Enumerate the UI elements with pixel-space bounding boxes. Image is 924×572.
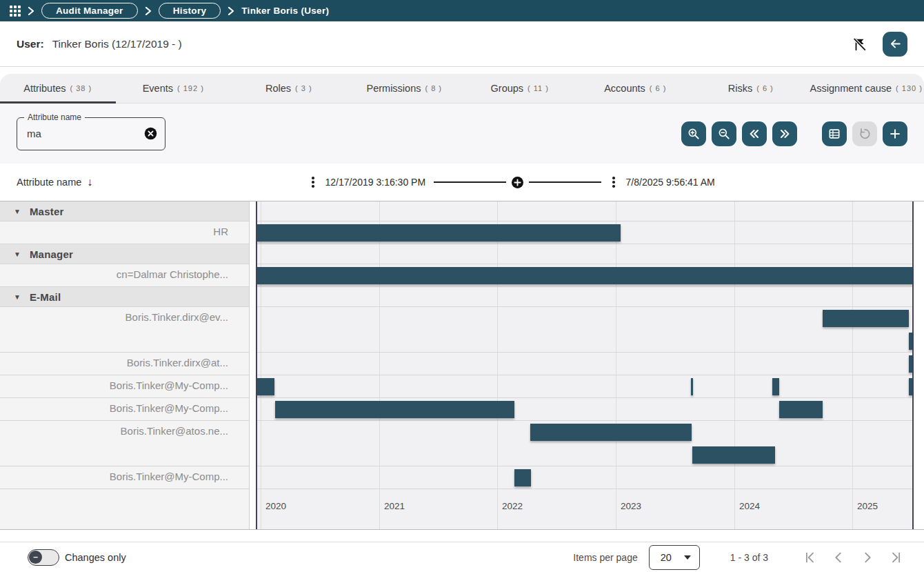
gantt-chart-row <box>256 353 914 375</box>
collapse-triangle-icon[interactable]: ▼ <box>14 293 21 301</box>
tab-risks[interactable]: Risks( 6 ) <box>693 74 809 103</box>
gantt-group-header[interactable]: ▼E-Mail <box>0 287 249 307</box>
tab-count: ( 8 ) <box>425 84 442 92</box>
attribute-name-input[interactable] <box>27 128 143 139</box>
tab-count: ( 192 ) <box>177 84 204 92</box>
range-end-date: 7/8/2025 9:56:41 AM <box>626 177 715 188</box>
magnifier-plus-icon <box>687 127 701 141</box>
gantt-bar[interactable] <box>823 310 909 327</box>
breadcrumb-audit-manager[interactable]: Audit Manager <box>41 3 138 19</box>
start-date-menu-icon[interactable] <box>309 175 317 189</box>
gantt-chart-row <box>256 287 914 307</box>
axis-year-label: 2022 <box>502 501 523 511</box>
sort-header[interactable]: Attribute name ↓ <box>17 176 309 188</box>
plus-icon <box>888 127 902 141</box>
collapse-triangle-icon[interactable]: ▼ <box>14 250 21 258</box>
tab-label: Risks <box>728 83 752 94</box>
gantt-chart-row <box>256 466 914 489</box>
items-per-page-label: Items per page <box>573 552 637 563</box>
zoom-out-button[interactable] <box>712 121 736 146</box>
row-label: Boris.Tinker@atos.ne... <box>121 425 228 437</box>
user-value: Tinker Boris (12/17/2019 - ) <box>52 38 182 50</box>
chevron-right-icon <box>28 7 34 15</box>
breadcrumb-history[interactable]: History <box>159 3 221 19</box>
tab-attributes[interactable]: Attributes( 38 ) <box>0 74 116 103</box>
user-header: User: Tinker Boris (12/17/2019 - ) <box>0 21 924 67</box>
next-page-icon[interactable] <box>858 548 877 567</box>
tab-label: Groups <box>491 83 524 94</box>
range-add-pin-icon[interactable] <box>512 177 523 188</box>
gantt-row-label: Boris.Tinker@My-Comp... <box>0 466 249 489</box>
items-per-page-select[interactable]: 20 <box>649 545 700 570</box>
add-button[interactable] <box>883 121 907 146</box>
chevron-right-icon <box>145 7 152 15</box>
restore-arrow-icon <box>858 127 872 141</box>
back-button[interactable] <box>883 32 907 57</box>
row-label: Boris.Tinker.dirx@ev... <box>125 311 228 323</box>
gantt-bar[interactable] <box>257 267 913 284</box>
last-page-icon[interactable] <box>887 548 906 567</box>
tab-count: ( 38 ) <box>70 84 92 92</box>
apps-grid-icon[interactable] <box>10 6 21 17</box>
gantt-chart-row <box>256 201 914 221</box>
gantt-group-header[interactable]: ▼Manager <box>0 244 249 264</box>
range-line <box>434 181 506 183</box>
top-bar: Audit Manager History Tinker Boris (User… <box>0 0 924 21</box>
axis-year-label: 2020 <box>265 501 286 511</box>
gantt-bar[interactable] <box>691 378 693 395</box>
tab-groups[interactable]: Groups( 11 ) <box>462 74 578 103</box>
gantt-bar[interactable] <box>779 401 823 418</box>
tab-count: ( 6 ) <box>756 84 774 92</box>
gantt-chart-row <box>256 221 914 244</box>
end-date-menu-icon[interactable] <box>610 175 618 189</box>
gantt-row-label: Boris.Tinker@My-Comp... <box>0 375 249 398</box>
flag-off-icon[interactable] <box>852 37 867 52</box>
changes-only-label: Changes only <box>65 552 126 563</box>
pan-right-button[interactable] <box>772 121 797 146</box>
gantt-bar[interactable] <box>909 333 913 350</box>
paginator <box>800 548 906 567</box>
gantt-group-header[interactable]: ▼Master <box>0 201 249 221</box>
tab-assignment-cause[interactable]: Assignment cause( 130 ) <box>809 74 924 103</box>
gantt-bar[interactable] <box>909 378 913 395</box>
axis-year-label: 2024 <box>739 501 760 511</box>
gantt-bar[interactable] <box>909 355 913 373</box>
reset-button[interactable] <box>852 121 877 146</box>
first-page-icon[interactable] <box>800 548 819 567</box>
zoom-in-button[interactable] <box>681 121 706 146</box>
gantt-label-column: ▼MasterHR▼Managercn=Dalmar Christophe...… <box>0 201 250 529</box>
group-label: Manager <box>30 248 73 260</box>
sort-label: Attribute name <box>17 177 81 188</box>
tab-label: Assignment cause <box>810 83 892 94</box>
gantt-chart-area: 202020212022202320242025 <box>256 201 914 529</box>
gantt-bar[interactable] <box>275 401 514 418</box>
tab-roles[interactable]: Roles( 3 ) <box>231 74 347 103</box>
gantt-bar[interactable] <box>692 446 775 464</box>
attribute-name-field[interactable]: Attribute name <box>17 117 165 150</box>
table-view-button[interactable] <box>822 121 847 146</box>
range-line <box>529 181 601 183</box>
tab-events[interactable]: Events( 192 ) <box>116 74 232 103</box>
collapse-triangle-icon[interactable]: ▼ <box>14 208 21 215</box>
gantt-bar[interactable] <box>257 224 621 241</box>
tab-label: Roles <box>265 83 291 94</box>
clear-input-icon[interactable] <box>143 126 158 141</box>
range-start-date: 12/17/2019 3:16:30 PM <box>325 177 426 188</box>
previous-page-icon[interactable] <box>829 548 848 567</box>
tab-count: ( 11 ) <box>528 84 549 92</box>
double-chevron-right-icon <box>778 127 792 141</box>
gantt-row-label: cn=Dalmar Christophe... <box>0 264 249 287</box>
axis-year-label: 2025 <box>857 501 878 511</box>
row-label: cn=Dalmar Christophe... <box>117 268 228 280</box>
gantt-bar[interactable] <box>257 378 274 395</box>
gantt-bar[interactable] <box>514 469 531 486</box>
tabs: Attributes( 38 )Events( 192 )Roles( 3 )P… <box>0 74 924 103</box>
changes-only-toggle[interactable]: – <box>28 549 59 566</box>
row-label: HR <box>213 226 228 237</box>
gantt-bar[interactable] <box>530 424 692 441</box>
tab-permissions[interactable]: Permissions( 8 ) <box>347 74 463 103</box>
group-label: E-Mail <box>30 291 61 303</box>
tab-accounts[interactable]: Accounts( 6 ) <box>578 74 694 103</box>
pan-left-button[interactable] <box>742 121 767 146</box>
gantt-bar[interactable] <box>772 378 779 395</box>
